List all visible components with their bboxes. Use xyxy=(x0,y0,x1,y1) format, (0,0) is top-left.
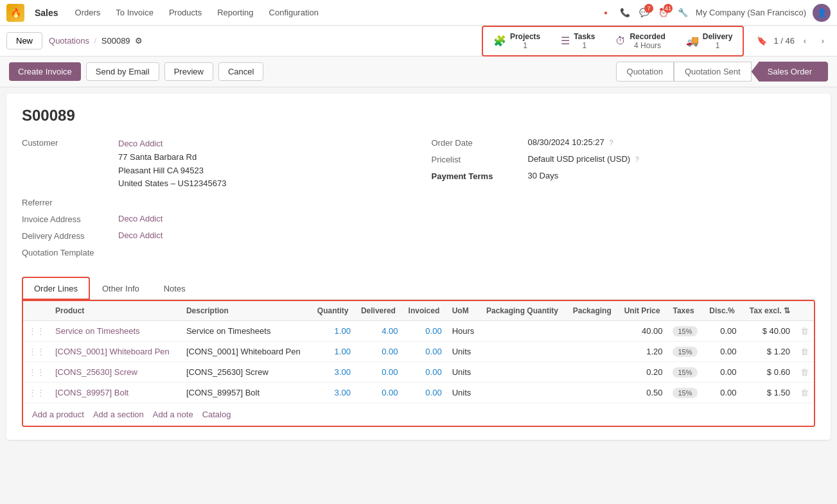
projects-info: Projects 1 xyxy=(510,32,540,50)
pkg-qty-2 xyxy=(481,342,568,362)
nav-configuration[interactable]: Configuration xyxy=(263,4,325,21)
table-header: Product Description Quantity Delivered I… xyxy=(23,301,814,321)
col-packaging: Packaging xyxy=(568,301,619,321)
status-sales-order[interactable]: Sales Order xyxy=(752,62,828,82)
delivered-3: 0.00 xyxy=(356,362,403,383)
qty-2: 1.00 xyxy=(312,342,356,362)
delivery-address-value: Deco Addict xyxy=(118,230,163,240)
projects-count: Projects xyxy=(510,32,540,41)
tasks-smart-button[interactable]: ☰ Tasks 1 xyxy=(552,28,604,54)
table-row: ⋮⋮ Service on Timesheets Service on Time… xyxy=(23,321,814,342)
order-number: S00089 xyxy=(22,107,815,125)
drag-handle-4[interactable]: ⋮⋮ xyxy=(23,383,50,403)
product-link-4[interactable]: [CONS_89957] Bolt xyxy=(55,388,128,397)
user-avatar[interactable]: 👤 xyxy=(813,4,831,22)
customer-label: Customer xyxy=(22,137,112,148)
gear-icon[interactable]: ⚙ xyxy=(135,36,143,46)
pricelist-value: Default USD pricelist (USD) ? xyxy=(528,154,639,164)
nav-reporting[interactable]: Reporting xyxy=(211,4,260,21)
main-content: S00089 Customer Deco Addict 77 Santa Bar… xyxy=(6,94,831,440)
tab-other-info[interactable]: Other Info xyxy=(90,277,152,300)
product-3: [CONS_25630] Screw xyxy=(50,362,181,383)
table-body: ⋮⋮ Service on Timesheets Service on Time… xyxy=(23,321,814,403)
drag-handle-1[interactable]: ⋮⋮ xyxy=(23,321,50,342)
recorded-label: Recorded xyxy=(630,32,665,41)
tasks-label: 1 xyxy=(574,41,595,50)
delete-3[interactable]: 🗑 xyxy=(795,362,814,383)
send-email-button[interactable]: Send by Email xyxy=(86,62,159,81)
qty-3: 3.00 xyxy=(312,362,356,383)
delivery-smart-button[interactable]: 🚚 Delivery 1 xyxy=(677,28,742,54)
pkg-3 xyxy=(568,362,619,383)
payment-terms-value: 30 Days xyxy=(528,171,559,180)
desc-4: [CONS_89957] Bolt xyxy=(181,383,312,403)
product-link-1[interactable]: Service on Timesheets xyxy=(55,326,140,336)
customer-link[interactable]: Deco Addict xyxy=(118,139,163,148)
clock-icon[interactable]: ⏰ 41 xyxy=(657,6,670,19)
main-nav: Orders To Invoice Products Reporting Con… xyxy=(69,4,325,21)
delivery-address-link[interactable]: Deco Addict xyxy=(118,230,163,240)
invoice-address-link[interactable]: Deco Addict xyxy=(118,214,163,223)
add-row: Add a product Add a section Add a note C… xyxy=(23,403,814,426)
nav-products[interactable]: Products xyxy=(163,4,208,21)
product-link-2[interactable]: [CONS_0001] Whiteboard Pen xyxy=(55,347,170,356)
drag-handle-2[interactable]: ⋮⋮ xyxy=(23,342,50,362)
product-link-3[interactable]: [CONS_25630] Screw xyxy=(55,367,137,377)
table-row: ⋮⋮ [CONS_0001] Whiteboard Pen [CONS_0001… xyxy=(23,342,814,362)
chat-icon[interactable]: 💬 7 xyxy=(638,6,651,19)
create-invoice-button[interactable]: Create Invoice xyxy=(9,62,81,81)
tab-order-lines[interactable]: Order Lines xyxy=(22,277,90,300)
settings-icon[interactable]: 🔧 xyxy=(676,6,689,19)
col-disc: Disc.% xyxy=(704,301,741,321)
delete-2[interactable]: 🗑 xyxy=(795,342,814,362)
total-3: $ 0.60 xyxy=(742,362,795,383)
pager-next[interactable]: › xyxy=(815,33,831,49)
form-section: Customer Deco Addict 77 Santa Barbara Rd… xyxy=(22,137,815,264)
catalog-link[interactable]: Catalog xyxy=(202,410,231,419)
nav-orders[interactable]: Orders xyxy=(69,4,107,21)
desc-1: Service on Timesheets xyxy=(181,321,312,342)
pkg-qty-1 xyxy=(481,321,568,342)
order-date-value: 08/30/2024 10:25:27 ? xyxy=(528,137,613,147)
phone-icon[interactable]: 📞 xyxy=(619,6,631,19)
total-2: $ 1.20 xyxy=(742,342,795,362)
pager-prev[interactable]: ‹ xyxy=(797,33,813,49)
taxes-1: 15% xyxy=(667,321,704,342)
breadcrumb-parent[interactable]: Quotations xyxy=(49,36,89,46)
delivered-1: 4.00 xyxy=(356,321,403,342)
add-note-link[interactable]: Add a note xyxy=(153,410,193,419)
delete-4[interactable]: 🗑 xyxy=(795,383,814,403)
invoice-address-value: Deco Addict xyxy=(118,214,163,223)
status-quotation[interactable]: Quotation xyxy=(616,62,674,82)
price-3: 0.20 xyxy=(619,362,668,383)
tab-notes[interactable]: Notes xyxy=(152,277,198,300)
pkg-qty-4 xyxy=(481,383,568,403)
status-bar: Quotation Quotation Sent Sales Order xyxy=(616,62,828,82)
disc-2: 0.00 xyxy=(704,342,741,362)
order-date-label: Order Date xyxy=(432,137,522,148)
cancel-button[interactable]: Cancel xyxy=(218,62,263,81)
delivery-address-label: Delivery Address xyxy=(22,230,112,241)
delivery-label: Delivery xyxy=(703,32,733,41)
desc-3: [CONS_25630] Screw xyxy=(181,362,312,383)
recorded-hours-smart-button[interactable]: ⏱ Recorded 4 Hours xyxy=(606,28,674,54)
col-tax-excl: Tax excl. ⇅ xyxy=(742,301,795,321)
uom-3: Units xyxy=(447,362,481,383)
add-section-link[interactable]: Add a section xyxy=(93,410,144,419)
bookmark-icon[interactable]: 🔖 xyxy=(757,36,767,46)
new-button[interactable]: New xyxy=(6,32,42,49)
disc-3: 0.00 xyxy=(704,362,741,383)
payment-terms-row: Payment Terms 30 Days xyxy=(432,171,816,181)
delete-1[interactable]: 🗑 xyxy=(795,321,814,342)
qty-1: 1.00 xyxy=(312,321,356,342)
preview-button[interactable]: Preview xyxy=(164,62,213,81)
drag-handle-3[interactable]: ⋮⋮ xyxy=(23,362,50,383)
taxes-4: 15% xyxy=(667,383,704,403)
nav-toinvoice[interactable]: To Invoice xyxy=(109,4,160,21)
projects-smart-button[interactable]: 🧩 Projects 1 xyxy=(484,28,549,54)
status-quotation-sent[interactable]: Quotation Sent xyxy=(674,62,752,82)
delivery-address-row: Delivery Address Deco Addict xyxy=(22,230,406,241)
app-name: Sales xyxy=(35,8,58,18)
timer-icon: ⏱ xyxy=(615,35,626,47)
add-product-link[interactable]: Add a product xyxy=(32,410,84,419)
